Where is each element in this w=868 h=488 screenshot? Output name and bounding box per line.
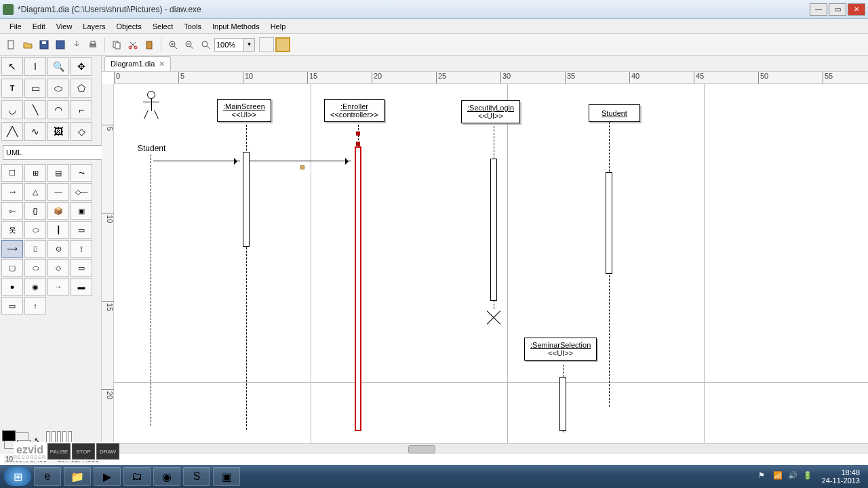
destroy-marker[interactable]: [486, 309, 502, 325]
menu-input-methods[interactable]: Input Methods: [207, 21, 265, 32]
taskbar-folder-icon[interactable]: 🗂: [123, 467, 151, 486]
activation-seminar[interactable]: [559, 377, 566, 431]
line-tool[interactable]: ╲: [24, 100, 46, 119]
export-button[interactable]: [69, 37, 84, 52]
uml-largepackage[interactable]: ▣: [71, 202, 92, 220]
uml-node-2[interactable]: ⊙: [47, 240, 69, 258]
actor-label[interactable]: Student: [138, 144, 165, 153]
uml-usecase[interactable]: ⬭: [24, 221, 46, 239]
object-securitylogin[interactable]: :SecutityLogin <<UI>>: [461, 100, 520, 123]
tray-flag-icon[interactable]: ⚑: [758, 471, 769, 482]
taskbar-dia-icon[interactable]: ▣: [213, 467, 240, 486]
uml-actor[interactable]: 웃: [1, 221, 23, 239]
copy-button[interactable]: [109, 37, 124, 52]
pointer-tool[interactable]: ↖: [1, 57, 23, 76]
zoom-fit-button[interactable]: [198, 37, 213, 52]
box-tool[interactable]: ▭: [24, 79, 46, 98]
maximize-button[interactable]: ▭: [829, 3, 846, 16]
bezier-tool[interactable]: ∿: [24, 122, 46, 141]
save-as-button[interactable]: [53, 37, 68, 52]
recorder-draw[interactable]: DRAW: [96, 443, 119, 460]
uml-note[interactable]: ▤: [47, 164, 69, 182]
uml-smallpackage[interactable]: 📦: [47, 202, 69, 220]
zoom-in-button[interactable]: [165, 37, 180, 52]
paste-button[interactable]: [142, 37, 157, 52]
cut-button[interactable]: [125, 37, 140, 52]
tray-battery-icon[interactable]: 🔋: [803, 471, 814, 482]
menu-select[interactable]: Select: [147, 21, 179, 32]
activation-security[interactable]: [490, 159, 497, 301]
message-arrow-1[interactable]: [153, 161, 240, 161]
uml-association[interactable]: —: [47, 183, 69, 201]
image-tool[interactable]: 🖼: [47, 122, 69, 141]
message-arrow-2[interactable]: [250, 161, 351, 161]
sheet-select[interactable]: [3, 145, 103, 160]
taskbar-chrome-icon[interactable]: ◉: [153, 467, 180, 486]
uml-lifeline[interactable]: ┃: [47, 221, 69, 239]
canvas[interactable]: Student :MainScreen <<UI>> :Enroller <<c…: [114, 84, 868, 443]
taskbar-skype-icon[interactable]: S: [183, 467, 210, 486]
uml-final[interactable]: ◉: [24, 278, 46, 296]
text-edit-tool[interactable]: I: [24, 57, 46, 76]
object-enroller[interactable]: :Enroller <<controller>>: [324, 99, 384, 122]
uml-constraint[interactable]: {}: [24, 202, 46, 220]
uml-dependency[interactable]: ⤳: [71, 164, 92, 182]
uml-initial[interactable]: ●: [1, 278, 23, 296]
uml-activity[interactable]: ▭: [1, 297, 23, 314]
save-button[interactable]: [37, 37, 52, 52]
magnify-tool[interactable]: 🔍: [47, 57, 69, 76]
activation-mainscreen[interactable]: [243, 152, 250, 247]
snap-toggle-1[interactable]: [259, 37, 274, 52]
recorder-pause[interactable]: PAUSE: [47, 443, 71, 460]
selection-handle[interactable]: [356, 142, 360, 146]
object-student[interactable]: Student: [589, 104, 640, 122]
uml-arrow[interactable]: ↑: [24, 297, 46, 314]
uml-template[interactable]: ⊞: [24, 164, 46, 182]
uml-branch[interactable]: ◇: [47, 259, 69, 277]
arc-tool[interactable]: ◠: [47, 100, 69, 119]
print-button[interactable]: [85, 37, 100, 52]
connection-handle[interactable]: [300, 165, 304, 169]
taskbar-clock[interactable]: 18:48 24-11-2013: [818, 468, 864, 485]
snap-toggle-2[interactable]: [275, 37, 290, 52]
menu-tools[interactable]: Tools: [178, 21, 207, 32]
uml-transition[interactable]: →: [47, 278, 69, 296]
uml-message[interactable]: ⟶: [1, 240, 23, 258]
uml-implements[interactable]: ⟜: [1, 202, 23, 220]
zoom-combo[interactable]: ▼: [214, 38, 255, 52]
uml-realizes[interactable]: ⤏: [1, 183, 23, 201]
uml-generalization[interactable]: △: [24, 183, 46, 201]
activation-enroller[interactable]: [355, 146, 361, 431]
scroll-tool[interactable]: ✥: [71, 57, 92, 76]
activation-student[interactable]: [606, 172, 612, 274]
zoom-input[interactable]: [214, 38, 244, 52]
object-seminarselection[interactable]: :SeminarSelection <<UI>>: [524, 338, 597, 361]
tray-network-icon[interactable]: 📶: [773, 471, 784, 482]
menu-view[interactable]: View: [51, 21, 78, 32]
menu-layers[interactable]: Layers: [77, 21, 111, 32]
fg-color[interactable]: [2, 430, 16, 441]
actor-student[interactable]: [138, 91, 165, 119]
uml-object[interactable]: ▭: [71, 221, 92, 239]
uml-node-3[interactable]: ⟟: [71, 240, 92, 258]
zoom-out-button[interactable]: [182, 37, 197, 52]
uml-component[interactable]: ⌷: [24, 240, 46, 258]
scrollbar-thumb[interactable]: [408, 445, 435, 453]
lifeline-actor[interactable]: [151, 155, 151, 426]
zigzag-tool[interactable]: ⌐: [71, 100, 92, 119]
tab-close-icon[interactable]: ✕: [159, 60, 165, 68]
open-button[interactable]: [20, 37, 35, 52]
text-tool[interactable]: T: [1, 79, 23, 98]
tray-volume-icon[interactable]: 🔊: [788, 471, 799, 482]
taskbar-media-icon[interactable]: ▶: [94, 467, 121, 486]
beziergon-tool[interactable]: ◡: [1, 100, 23, 119]
uml-state2[interactable]: ⬭: [24, 259, 46, 277]
uml-class[interactable]: ☐: [1, 164, 23, 182]
menu-help[interactable]: Help: [265, 21, 292, 32]
new-button[interactable]: [4, 37, 19, 52]
recorder-stop[interactable]: STOP: [72, 443, 95, 460]
uml-node[interactable]: ▭: [71, 259, 92, 277]
outline-tool[interactable]: ◇: [71, 122, 92, 141]
uml-fork[interactable]: ▬: [71, 278, 92, 296]
scrollbar-horizontal[interactable]: [102, 443, 868, 454]
